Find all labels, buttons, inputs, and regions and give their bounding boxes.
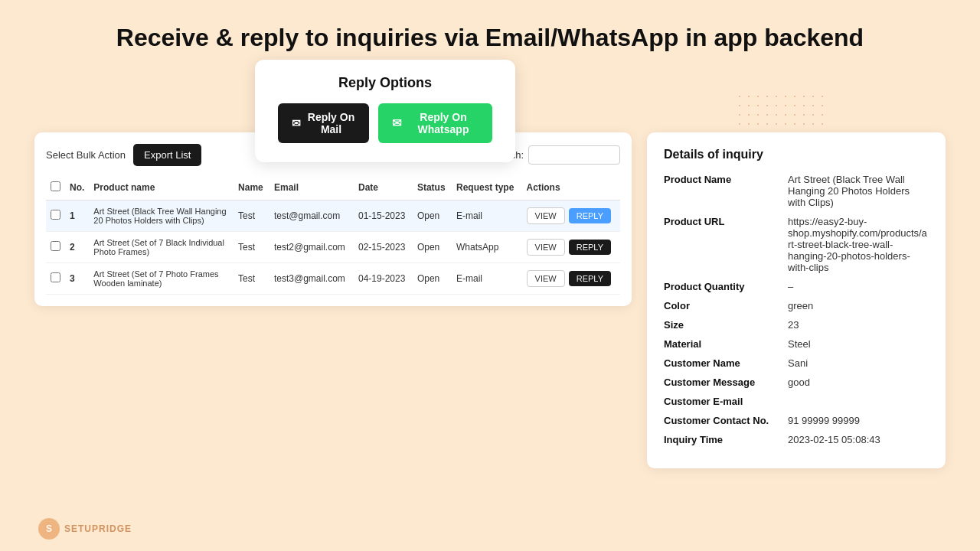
row-status: Open (413, 232, 452, 263)
detail-row: Product Name Art Street (Black Tree Wall… (664, 174, 929, 208)
search-input[interactable] (528, 145, 620, 165)
reply-button[interactable]: REPLY (569, 271, 611, 286)
row-actions: VIEW REPLY (522, 232, 620, 263)
detail-label: Product Name (664, 174, 779, 208)
table-header-row: No. Product name Name Email Date Status … (46, 175, 620, 201)
col-no: No. (65, 175, 89, 201)
detail-row: Customer Message good (664, 377, 929, 388)
view-button[interactable]: VIEW (527, 270, 565, 287)
detail-row: Customer Contact No. 91 99999 99999 (664, 415, 929, 426)
row-email: test@gmail.com (270, 201, 354, 232)
reply-button[interactable]: REPLY (569, 240, 611, 255)
detail-value: good (788, 377, 810, 388)
detail-value: Sani (788, 357, 808, 369)
row-number: 3 (65, 263, 89, 295)
row-email: test2@gmail.com (270, 232, 354, 263)
logo-text: SETUPRIDGE (64, 523, 132, 534)
inquiry-details-panel: Details of inquiry Product Name Art Stre… (647, 132, 946, 468)
whatsapp-icon: ✉ (392, 116, 402, 130)
detail-label: Customer Contact No. (664, 415, 779, 426)
detail-label: Product URL (664, 216, 779, 273)
bulk-action-label: Select Bulk Action (46, 149, 126, 161)
detail-value: Art Street (Black Tree Wall Hanging 20 P… (788, 174, 929, 208)
reply-options-popup: Reply Options ✉ Reply On Mail ✉ Reply On… (255, 60, 515, 162)
reply-buttons-container: ✉ Reply On Mail ✉ Reply On Whatsapp (278, 103, 492, 143)
reply-button[interactable]: REPLY (569, 208, 611, 223)
table-row: 3 Art Street (Set of 7 Photo Frames Wood… (46, 263, 620, 295)
detail-value: 23 (788, 319, 799, 331)
logo-area: S SETUPRIDGE (38, 518, 132, 540)
inquiry-fields-container: Product Name Art Street (Black Tree Wall… (664, 174, 929, 445)
logo-icon: S (38, 518, 60, 540)
row-date: 04-19-2023 (354, 263, 413, 295)
detail-row: Product Quantity – (664, 281, 929, 292)
reply-options-title: Reply Options (278, 75, 492, 91)
col-name: Name (234, 175, 270, 201)
row-request-type: E-mail (452, 201, 522, 232)
detail-row: Customer Name Sani (664, 357, 929, 369)
detail-label: Color (664, 300, 779, 311)
row-email: test3@gmail.com (270, 263, 354, 295)
export-button[interactable]: Export List (133, 144, 201, 166)
inquiries-table: No. Product name Name Email Date Status … (46, 175, 620, 295)
detail-label: Customer Message (664, 377, 779, 388)
row-actions: VIEW REPLY (522, 201, 620, 232)
col-actions: Actions (522, 175, 620, 201)
row-checkbox[interactable] (51, 241, 60, 251)
detail-row: Material Steel (664, 338, 929, 350)
row-date: 02-15-2023 (354, 232, 413, 263)
row-name: Test (234, 232, 270, 263)
row-number: 2 (65, 232, 89, 263)
table-row: 1 Art Street (Black Tree Wall Hanging 20… (46, 201, 620, 232)
row-request-type: WhatsApp (452, 232, 522, 263)
row-checkbox[interactable] (51, 272, 60, 282)
select-all-checkbox[interactable] (51, 181, 60, 191)
row-status: Open (413, 263, 452, 295)
left-panel: Reply Options ✉ Reply On Mail ✉ Reply On… (34, 67, 632, 306)
row-date: 01-15-2023 (354, 201, 413, 232)
detail-value: 91 99999 99999 (788, 415, 860, 426)
row-product: Art Street (Set of 7 Black Individual Ph… (89, 232, 234, 263)
inquiry-details-title: Details of inquiry (664, 148, 929, 161)
row-product: Art Street (Set of 7 Photo Frames Wooden… (89, 263, 234, 295)
detail-label: Material (664, 338, 779, 350)
col-status: Status (413, 175, 452, 201)
detail-row: Customer E-mail (664, 396, 929, 407)
detail-label: Inquiry Time (664, 434, 779, 445)
right-panel: Details of inquiry Product Name Art Stre… (647, 132, 946, 468)
detail-row: Product URL https://easy2-buy-shop.mysho… (664, 216, 929, 273)
detail-label: Product Quantity (664, 281, 779, 292)
col-date: Date (354, 175, 413, 201)
detail-row: Inquiry Time 2023-02-15 05:08:43 (664, 434, 929, 445)
detail-label: Size (664, 319, 779, 331)
col-product: Product name (89, 175, 234, 201)
page-title: Receive & reply to inquiries via Email/W… (31, 23, 949, 52)
reply-whatsapp-button[interactable]: ✉ Reply On Whatsapp (378, 103, 492, 143)
detail-label: Customer E-mail (664, 396, 779, 407)
row-name: Test (234, 263, 270, 295)
table-row: 2 Art Street (Set of 7 Black Individual … (46, 232, 620, 263)
reply-mail-button[interactable]: ✉ Reply On Mail (278, 103, 369, 143)
col-email: Email (270, 175, 354, 201)
view-button[interactable]: VIEW (527, 207, 565, 224)
view-button[interactable]: VIEW (527, 239, 565, 256)
row-status: Open (413, 201, 452, 232)
row-number: 1 (65, 201, 89, 232)
detail-row: Color green (664, 300, 929, 311)
row-request-type: E-mail (452, 263, 522, 295)
detail-label: Customer Name (664, 357, 779, 369)
row-checkbox[interactable] (51, 210, 60, 220)
detail-value: Steel (788, 338, 811, 350)
toolbar-left: Select Bulk Action Export List (46, 144, 201, 166)
row-actions: VIEW REPLY (522, 263, 620, 295)
detail-value: 2023-02-15 05:08:43 (788, 434, 880, 445)
detail-value: – (788, 281, 793, 292)
mail-icon: ✉ (292, 117, 301, 129)
detail-row: Size 23 (664, 319, 929, 331)
detail-value: green (788, 300, 813, 311)
row-product: Art Street (Black Tree Wall Hanging 20 P… (89, 201, 234, 232)
detail-value: https://easy2-buy-shop.myshopify.com/pro… (788, 216, 929, 273)
page-header: Receive & reply to inquiries via Email/W… (0, 0, 980, 67)
main-content: Reply Options ✉ Reply On Mail ✉ Reply On… (0, 67, 980, 468)
col-request-type: Request type (452, 175, 522, 201)
